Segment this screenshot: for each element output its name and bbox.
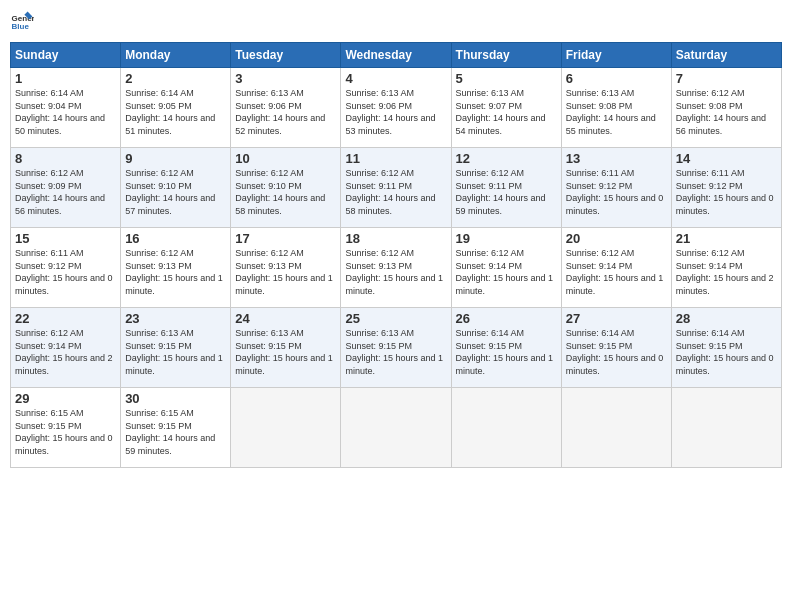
day-number: 15	[15, 231, 116, 246]
day-info: Sunrise: 6:12 AMSunset: 9:13 PMDaylight:…	[235, 247, 336, 297]
day-number: 20	[566, 231, 667, 246]
day-info: Sunrise: 6:12 AMSunset: 9:09 PMDaylight:…	[15, 167, 116, 217]
day-info: Sunrise: 6:12 AMSunset: 9:13 PMDaylight:…	[125, 247, 226, 297]
calendar-cell	[671, 388, 781, 468]
day-number: 19	[456, 231, 557, 246]
day-info: Sunrise: 6:12 AMSunset: 9:10 PMDaylight:…	[235, 167, 336, 217]
day-info: Sunrise: 6:12 AMSunset: 9:11 PMDaylight:…	[456, 167, 557, 217]
day-number: 22	[15, 311, 116, 326]
calendar-cell: 25Sunrise: 6:13 AMSunset: 9:15 PMDayligh…	[341, 308, 451, 388]
day-info: Sunrise: 6:13 AMSunset: 9:15 PMDaylight:…	[125, 327, 226, 377]
day-number: 10	[235, 151, 336, 166]
calendar-cell: 1Sunrise: 6:14 AMSunset: 9:04 PMDaylight…	[11, 68, 121, 148]
calendar-week-row: 1Sunrise: 6:14 AMSunset: 9:04 PMDaylight…	[11, 68, 782, 148]
col-header-friday: Friday	[561, 43, 671, 68]
calendar-cell: 15Sunrise: 6:11 AMSunset: 9:12 PMDayligh…	[11, 228, 121, 308]
day-info: Sunrise: 6:13 AMSunset: 9:15 PMDaylight:…	[345, 327, 446, 377]
calendar-cell: 4Sunrise: 6:13 AMSunset: 9:06 PMDaylight…	[341, 68, 451, 148]
day-number: 23	[125, 311, 226, 326]
calendar-cell: 14Sunrise: 6:11 AMSunset: 9:12 PMDayligh…	[671, 148, 781, 228]
day-number: 6	[566, 71, 667, 86]
calendar-cell: 5Sunrise: 6:13 AMSunset: 9:07 PMDaylight…	[451, 68, 561, 148]
day-info: Sunrise: 6:15 AMSunset: 9:15 PMDaylight:…	[15, 407, 116, 457]
day-info: Sunrise: 6:12 AMSunset: 9:14 PMDaylight:…	[566, 247, 667, 297]
day-number: 8	[15, 151, 116, 166]
svg-text:Blue: Blue	[12, 22, 30, 31]
day-number: 25	[345, 311, 446, 326]
day-info: Sunrise: 6:12 AMSunset: 9:08 PMDaylight:…	[676, 87, 777, 137]
calendar-cell: 19Sunrise: 6:12 AMSunset: 9:14 PMDayligh…	[451, 228, 561, 308]
day-info: Sunrise: 6:13 AMSunset: 9:06 PMDaylight:…	[235, 87, 336, 137]
calendar-cell: 11Sunrise: 6:12 AMSunset: 9:11 PMDayligh…	[341, 148, 451, 228]
calendar-week-row: 29Sunrise: 6:15 AMSunset: 9:15 PMDayligh…	[11, 388, 782, 468]
day-info: Sunrise: 6:12 AMSunset: 9:13 PMDaylight:…	[345, 247, 446, 297]
col-header-thursday: Thursday	[451, 43, 561, 68]
day-number: 3	[235, 71, 336, 86]
calendar-cell: 17Sunrise: 6:12 AMSunset: 9:13 PMDayligh…	[231, 228, 341, 308]
calendar-cell: 20Sunrise: 6:12 AMSunset: 9:14 PMDayligh…	[561, 228, 671, 308]
day-number: 21	[676, 231, 777, 246]
calendar-cell	[341, 388, 451, 468]
calendar-week-row: 22Sunrise: 6:12 AMSunset: 9:14 PMDayligh…	[11, 308, 782, 388]
day-info: Sunrise: 6:13 AMSunset: 9:07 PMDaylight:…	[456, 87, 557, 137]
calendar-cell: 29Sunrise: 6:15 AMSunset: 9:15 PMDayligh…	[11, 388, 121, 468]
day-number: 9	[125, 151, 226, 166]
calendar-cell: 28Sunrise: 6:14 AMSunset: 9:15 PMDayligh…	[671, 308, 781, 388]
calendar-cell: 13Sunrise: 6:11 AMSunset: 9:12 PMDayligh…	[561, 148, 671, 228]
day-number: 1	[15, 71, 116, 86]
day-number: 24	[235, 311, 336, 326]
calendar-cell: 30Sunrise: 6:15 AMSunset: 9:15 PMDayligh…	[121, 388, 231, 468]
day-info: Sunrise: 6:14 AMSunset: 9:15 PMDaylight:…	[566, 327, 667, 377]
day-info: Sunrise: 6:12 AMSunset: 9:11 PMDaylight:…	[345, 167, 446, 217]
calendar-header-row: SundayMondayTuesdayWednesdayThursdayFrid…	[11, 43, 782, 68]
calendar-cell: 12Sunrise: 6:12 AMSunset: 9:11 PMDayligh…	[451, 148, 561, 228]
calendar-cell	[561, 388, 671, 468]
day-info: Sunrise: 6:14 AMSunset: 9:04 PMDaylight:…	[15, 87, 116, 137]
calendar-week-row: 8Sunrise: 6:12 AMSunset: 9:09 PMDaylight…	[11, 148, 782, 228]
day-number: 14	[676, 151, 777, 166]
day-info: Sunrise: 6:12 AMSunset: 9:10 PMDaylight:…	[125, 167, 226, 217]
calendar-cell: 6Sunrise: 6:13 AMSunset: 9:08 PMDaylight…	[561, 68, 671, 148]
calendar-cell: 7Sunrise: 6:12 AMSunset: 9:08 PMDaylight…	[671, 68, 781, 148]
header: General Blue	[10, 10, 782, 34]
day-info: Sunrise: 6:13 AMSunset: 9:08 PMDaylight:…	[566, 87, 667, 137]
calendar-week-row: 15Sunrise: 6:11 AMSunset: 9:12 PMDayligh…	[11, 228, 782, 308]
day-info: Sunrise: 6:14 AMSunset: 9:15 PMDaylight:…	[456, 327, 557, 377]
day-info: Sunrise: 6:15 AMSunset: 9:15 PMDaylight:…	[125, 407, 226, 457]
calendar-cell: 10Sunrise: 6:12 AMSunset: 9:10 PMDayligh…	[231, 148, 341, 228]
day-number: 2	[125, 71, 226, 86]
day-info: Sunrise: 6:14 AMSunset: 9:05 PMDaylight:…	[125, 87, 226, 137]
day-number: 18	[345, 231, 446, 246]
day-info: Sunrise: 6:12 AMSunset: 9:14 PMDaylight:…	[15, 327, 116, 377]
calendar-cell: 2Sunrise: 6:14 AMSunset: 9:05 PMDaylight…	[121, 68, 231, 148]
day-info: Sunrise: 6:14 AMSunset: 9:15 PMDaylight:…	[676, 327, 777, 377]
calendar-cell: 21Sunrise: 6:12 AMSunset: 9:14 PMDayligh…	[671, 228, 781, 308]
day-info: Sunrise: 6:12 AMSunset: 9:14 PMDaylight:…	[676, 247, 777, 297]
col-header-wednesday: Wednesday	[341, 43, 451, 68]
day-number: 16	[125, 231, 226, 246]
day-info: Sunrise: 6:12 AMSunset: 9:14 PMDaylight:…	[456, 247, 557, 297]
calendar-cell: 18Sunrise: 6:12 AMSunset: 9:13 PMDayligh…	[341, 228, 451, 308]
day-number: 17	[235, 231, 336, 246]
calendar-cell: 24Sunrise: 6:13 AMSunset: 9:15 PMDayligh…	[231, 308, 341, 388]
day-number: 26	[456, 311, 557, 326]
day-number: 28	[676, 311, 777, 326]
day-number: 11	[345, 151, 446, 166]
day-number: 4	[345, 71, 446, 86]
day-info: Sunrise: 6:13 AMSunset: 9:06 PMDaylight:…	[345, 87, 446, 137]
calendar-cell	[231, 388, 341, 468]
calendar-cell: 23Sunrise: 6:13 AMSunset: 9:15 PMDayligh…	[121, 308, 231, 388]
day-number: 7	[676, 71, 777, 86]
day-info: Sunrise: 6:13 AMSunset: 9:15 PMDaylight:…	[235, 327, 336, 377]
day-number: 30	[125, 391, 226, 406]
calendar-cell: 3Sunrise: 6:13 AMSunset: 9:06 PMDaylight…	[231, 68, 341, 148]
generalblue-icon: General Blue	[10, 10, 34, 34]
col-header-monday: Monday	[121, 43, 231, 68]
calendar-cell: 22Sunrise: 6:12 AMSunset: 9:14 PMDayligh…	[11, 308, 121, 388]
day-number: 29	[15, 391, 116, 406]
calendar-cell: 16Sunrise: 6:12 AMSunset: 9:13 PMDayligh…	[121, 228, 231, 308]
calendar-cell	[451, 388, 561, 468]
calendar-cell: 27Sunrise: 6:14 AMSunset: 9:15 PMDayligh…	[561, 308, 671, 388]
day-number: 12	[456, 151, 557, 166]
col-header-sunday: Sunday	[11, 43, 121, 68]
